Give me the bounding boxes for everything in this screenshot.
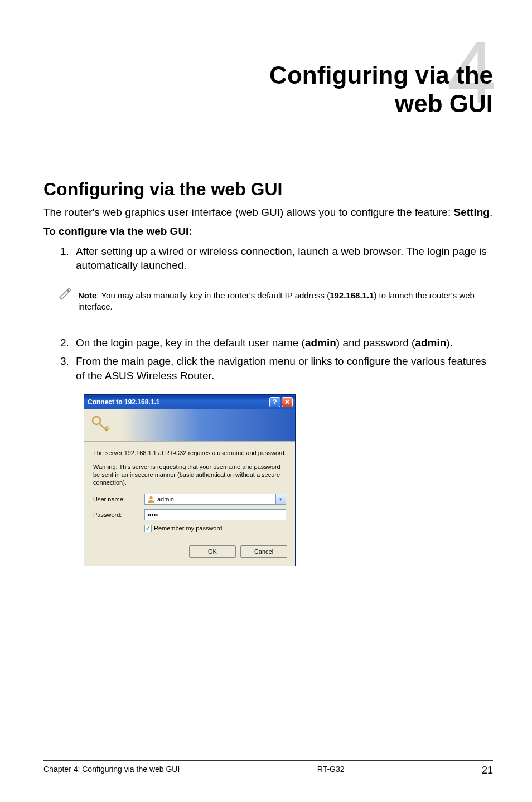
intro-prefix: The router's web graphics user interface… [43, 206, 453, 218]
note-ip: 192.168.1.1 [330, 291, 374, 300]
username-row: User name: admin ▾ [93, 494, 286, 505]
step-3: 3. From the main page, click the navigat… [60, 354, 493, 383]
note-label: Note [78, 291, 96, 300]
password-label: Password: [93, 511, 144, 518]
step-1-text: After setting up a wired or wireless con… [76, 244, 493, 273]
dialog-text-1: The server 192.168.1.1 at RT-G32 require… [93, 450, 286, 457]
dialog-body: The server 192.168.1.1 at RT-G32 require… [84, 442, 295, 545]
password-input[interactable]: ••••• [144, 509, 286, 520]
page-footer: Chapter 4: Configuring via the web GUI R… [43, 765, 493, 776]
svg-point-1 [149, 496, 152, 499]
configure-subhead: To configure via the web GUI: [43, 225, 493, 238]
login-dialog: Connect to 192.168.1.1 ? ✕ The server 19… [84, 394, 296, 566]
username-input[interactable]: admin [144, 494, 276, 505]
note-text: Note: You may also manually key in the r… [76, 284, 493, 320]
section-heading: Configuring via the web GUI [43, 179, 493, 200]
step-3-text: From the main page, click the navigation… [76, 354, 493, 383]
dialog-title: Connect to 192.168.1.1 [88, 398, 159, 406]
steps-list-2: 2. On the login page, key in the default… [60, 336, 493, 383]
username-label: User name: [93, 496, 144, 503]
step-1: 1. After setting up a wired or wireless … [60, 244, 493, 273]
username-value: admin [157, 496, 174, 503]
step-2-b1: admin [305, 337, 336, 349]
intro-suffix: . [490, 206, 492, 218]
note-block: Note: You may also manually key in the r… [58, 284, 493, 320]
step-2: 2. On the login page, key in the default… [60, 336, 493, 350]
note-before-ip: : You may also manually key in the route… [96, 291, 330, 300]
dialog-buttons: OK Cancel [84, 545, 295, 566]
keys-icon [90, 413, 114, 438]
footer-page-number: 21 [482, 765, 493, 776]
close-button[interactable]: ✕ [282, 397, 293, 407]
step-1-num: 1. [60, 244, 76, 273]
remember-label: Remember my password [154, 525, 222, 532]
step-2-after: ). [446, 337, 453, 349]
dialog-titlebar[interactable]: Connect to 192.168.1.1 ? ✕ [84, 395, 295, 409]
chapter-header: 4 Configuring via the web GUI [43, 61, 493, 118]
password-row: Password: ••••• [93, 509, 286, 520]
chapter-title: Configuring via the web GUI [43, 61, 493, 118]
intro-bold: Setting [453, 206, 489, 218]
step-2-b2: admin [415, 337, 446, 349]
step-2-before: On the login page, key in the default us… [76, 337, 305, 349]
remember-row[interactable]: ✓ Remember my password [144, 525, 286, 532]
footer-rule [43, 760, 493, 761]
chapter-title-line2: web GUI [395, 90, 493, 117]
intro-paragraph: The router's web graphics user interface… [43, 205, 493, 220]
footer-center: RT-G32 [317, 765, 345, 776]
step-2-text: On the login page, key in the default us… [76, 336, 493, 350]
pencil-icon [58, 284, 76, 304]
help-button[interactable]: ? [269, 397, 280, 407]
cancel-button[interactable]: Cancel [240, 545, 287, 558]
step-2-num: 2. [60, 336, 76, 350]
chapter-title-line1: Configuring via the [269, 61, 493, 89]
dialog-text-2: Warning: This server is requesting that … [93, 463, 286, 486]
remember-checkbox[interactable]: ✓ [144, 525, 152, 532]
dialog-banner [84, 409, 295, 442]
step-3-num: 3. [60, 354, 76, 383]
ok-button[interactable]: OK [189, 545, 236, 558]
step-2-mid: ) and password ( [336, 337, 415, 349]
username-dropdown[interactable]: ▾ [276, 494, 286, 505]
footer-left: Chapter 4: Configuring via the web GUI [43, 765, 180, 776]
password-value: ••••• [147, 511, 158, 518]
user-icon [147, 495, 155, 503]
steps-list-1: 1. After setting up a wired or wireless … [60, 244, 493, 273]
